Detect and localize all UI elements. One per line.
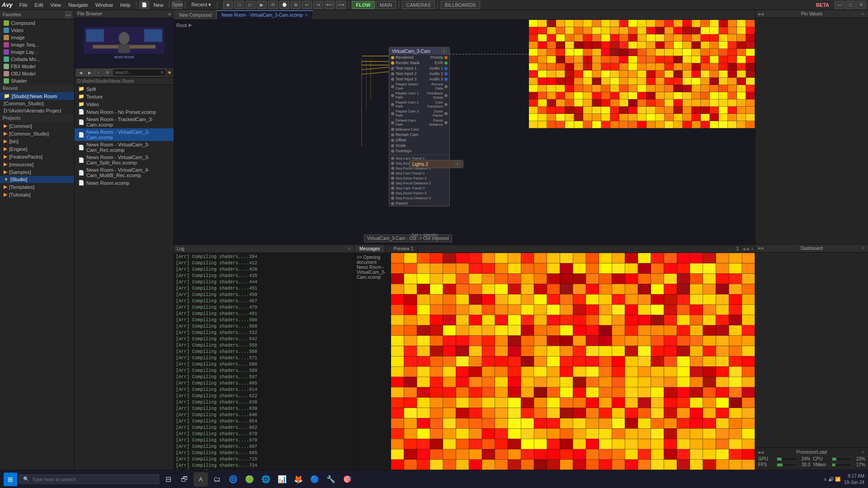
tb-icon11[interactable]: ⟶ <box>336 1 346 9</box>
taskbar-app-6[interactable]: 🦊 <box>291 472 306 487</box>
menu-navigate[interactable]: Navigate <box>65 1 91 9</box>
pinvalues-close[interactable]: ✕ <box>861 12 865 16</box>
favorites-collapse[interactable]: — <box>65 11 71 18</box>
log-collapse[interactable]: ✕ <box>347 247 352 251</box>
pinvalues-expand[interactable]: ◀◀ <box>758 12 763 16</box>
tb-icon9[interactable]: ↪ <box>313 1 323 9</box>
menu-window[interactable]: Window <box>92 1 116 9</box>
search-clear-icon[interactable]: ✕ <box>160 70 164 75</box>
proj-resources[interactable]: ▶ [resources] <box>0 160 74 168</box>
lights-node[interactable]: Lights 2 ≡ <box>409 160 463 168</box>
fav-image[interactable]: Image <box>0 34 74 41</box>
fav-shader[interactable]: Shader <box>0 77 74 84</box>
taskbar-app-avy[interactable]: A <box>193 472 208 487</box>
fav-imgseq[interactable]: Image Seq... <box>0 41 74 48</box>
start-button[interactable]: ⊞ <box>4 473 17 486</box>
taskbar-app-8[interactable]: 🔧 <box>324 472 338 487</box>
task-icon-taskview[interactable]: 🗗 <box>177 472 192 487</box>
close-btn[interactable]: ✕ <box>856 1 866 9</box>
tb-icon2[interactable]: □ <box>234 1 244 9</box>
tb-icon4[interactable]: ▶ <box>257 1 267 9</box>
main-btn[interactable]: MAIN <box>376 1 396 9</box>
search-input[interactable] <box>115 70 160 75</box>
fav-obj[interactable]: OBJ Model <box>0 70 74 77</box>
tab-active[interactable]: News Room - VirtualCam_3-Cam.xcomp ✕ <box>217 10 313 19</box>
taskbar-search-box[interactable]: 🔍 <box>19 474 159 484</box>
fav-compound[interactable]: Compound <box>0 19 74 27</box>
menu-file[interactable]: File <box>16 1 31 9</box>
recent-axiim[interactable]: D:\\Axiim\\Animato Project <box>0 107 74 114</box>
proj-commonstudio[interactable]: ▶ [Common_Studio] <box>0 130 74 137</box>
file-virtualcam3split[interactable]: 📄 News Room - VirtualCam_3-Cam_Split_Rec… <box>75 154 174 166</box>
new-btn[interactable]: New <box>150 1 166 9</box>
proj-engine[interactable]: ▶ [Engine] <box>0 145 74 153</box>
menu-edit[interactable]: Edit <box>32 1 47 9</box>
taskbar-app-2[interactable]: 🌀 <box>226 472 241 487</box>
proj-studio[interactable]: ▼ [Studio] <box>0 176 74 183</box>
preview-prev[interactable]: ◀ <box>741 247 746 251</box>
taskbar-app-3[interactable]: 🟢 <box>242 472 257 487</box>
taskbar-app-5[interactable]: 📊 <box>275 472 289 487</box>
fav-fbx[interactable]: FBX Model <box>0 63 74 70</box>
star-icon[interactable]: ★ <box>167 70 172 75</box>
proj-tutorials[interactable]: ▶ [Tutorials] <box>0 191 74 198</box>
taskbar-app-7[interactable]: 🔵 <box>307 472 322 487</box>
node-menu-btn[interactable]: ≡ <box>441 48 447 54</box>
lights-menu-btn[interactable]: ≡ <box>455 161 460 167</box>
folder-split[interactable]: 📁 Split <box>75 85 174 93</box>
proj-common[interactable]: ▶ [Common] <box>0 122 74 130</box>
tab-close-icon[interactable]: ✕ <box>305 13 308 18</box>
tb-icon10[interactable]: ⟵ <box>325 1 335 9</box>
dashboard-close[interactable]: ✕ <box>861 246 865 250</box>
proc-expand[interactable]: ◀◀ <box>758 450 763 455</box>
nav-back[interactable]: ◀ <box>76 69 85 76</box>
preview-next[interactable]: ▶ <box>746 247 750 251</box>
taskbar-app-4[interactable]: 🌐 <box>259 472 273 487</box>
proj-templates[interactable]: ▶ [Templates] <box>0 183 74 191</box>
billboards-btn[interactable]: BILLBOARDS <box>441 1 480 9</box>
file-nopreset[interactable]: 📄 News Room - No Preset.xcomp <box>75 108 174 116</box>
minimize-btn[interactable]: — <box>835 1 844 9</box>
tb-icon6[interactable]: ⌚ <box>279 1 289 9</box>
file-virtualcam3rec[interactable]: 📄 News Room - VirtualCam_3-Cam_Rec.xcomp <box>75 141 174 154</box>
nav-reload[interactable]: ⟳ <box>104 69 112 76</box>
task-icon-view[interactable]: ⊟ <box>161 472 175 487</box>
fav-video[interactable]: Video <box>0 27 74 34</box>
recent-btn[interactable]: Recent ▾ <box>188 1 214 9</box>
cameras-btn[interactable]: CAMERAS <box>402 1 434 9</box>
tab-preview1[interactable]: Preview 1 <box>389 245 419 253</box>
menu-view[interactable]: View <box>47 1 65 9</box>
proc-close[interactable]: ✕ <box>861 450 865 455</box>
taskbar-app-9[interactable]: 🎯 <box>340 472 354 487</box>
folder-video[interactable]: 📁 Video <box>75 100 174 108</box>
tb-icon5[interactable]: ⟳ <box>268 1 278 9</box>
filebrowser-collapse[interactable]: ◀ <box>166 12 171 16</box>
tab-messages[interactable]: Messages <box>355 245 385 253</box>
virtualcam-node[interactable]: VirtualCam_3-Cam ≡ Rendered Priority Ren… <box>389 47 450 206</box>
node-graph[interactable]: Root ▶ <box>174 20 755 245</box>
flow-btn[interactable]: FLOW <box>352 1 374 9</box>
tb-icon8[interactable]: ↩ <box>302 1 312 9</box>
maximize-btn[interactable]: □ <box>845 1 855 9</box>
tb-icon7[interactable]: ⊕ <box>291 1 301 9</box>
fav-imglayer[interactable]: Image Lay... <box>0 48 74 56</box>
nav-up[interactable]: ↑ <box>94 69 103 76</box>
preview-close[interactable]: ✕ <box>750 247 755 251</box>
recent-commonstudio[interactable]: [Common_Studio]: <box>0 100 74 107</box>
tb-icon3[interactable]: ▷ <box>245 1 255 9</box>
folder-texture[interactable]: 📁 Texture <box>75 93 174 100</box>
dashboard-expand[interactable]: ◀◀ <box>758 246 763 250</box>
open-btn[interactable]: Open <box>172 1 182 9</box>
taskbar-search-input[interactable] <box>32 477 155 482</box>
menu-help[interactable]: Help <box>117 1 134 9</box>
file-newsroom[interactable]: 📄 News Room.xcomp <box>75 179 174 187</box>
nav-forward[interactable]: ▶ <box>85 69 94 76</box>
file-virtualcam3[interactable]: 📄 News Room - VirtualCam_3-Cam.xcomp <box>75 128 174 141</box>
proj-samples[interactable]: ▶ [Samples] <box>0 168 74 176</box>
taskbar-app-1[interactable]: 🗂 <box>210 472 224 487</box>
tab-new-compound[interactable]: New Compound <box>174 10 217 19</box>
file-virtualcam4[interactable]: 📄 News Room - VirtualCam_4-Cam_MultiB_Re… <box>75 166 174 179</box>
new-doc-icon[interactable]: 📄 <box>139 1 149 9</box>
tb-icon1[interactable]: ■ <box>223 1 233 9</box>
fav-collada[interactable]: Collada Mo... <box>0 56 74 63</box>
